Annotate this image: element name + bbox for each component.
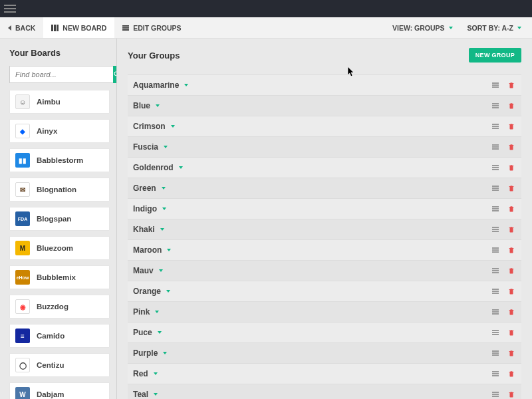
delete-icon[interactable] (507, 142, 516, 152)
sort-dropdown[interactable]: SORT BY: A-Z (467, 24, 521, 32)
chevron-down-icon[interactable] (159, 269, 163, 272)
board-label: Babblestorm (37, 156, 83, 164)
delete-icon[interactable] (507, 348, 516, 358)
board-icon: ☺ (15, 94, 30, 109)
chevron-down-icon[interactable] (162, 187, 166, 190)
delete-icon[interactable] (507, 369, 516, 378)
search-input[interactable] (9, 66, 113, 83)
chevron-down-icon[interactable] (164, 146, 168, 148)
delete-icon[interactable] (507, 266, 516, 275)
sidebar-title: Your Boards (9, 48, 110, 58)
delete-icon[interactable] (507, 390, 516, 399)
back-button[interactable]: BACK (0, 17, 43, 38)
chevron-down-icon (517, 27, 521, 29)
page-title: Your Groups (128, 51, 180, 61)
board-item[interactable]: WDabjam (9, 382, 110, 399)
group-row[interactable]: Crimson (128, 116, 521, 136)
drag-handle-icon[interactable] (491, 328, 500, 337)
board-item[interactable]: ☺Aimbu (9, 90, 110, 114)
group-row[interactable]: Blue (128, 95, 521, 116)
group-row[interactable]: Khaki (128, 219, 521, 239)
board-item[interactable]: ▮▮Babblestorm (9, 148, 110, 172)
group-name: Crimson (133, 122, 166, 131)
drag-handle-icon[interactable] (491, 369, 500, 378)
board-item[interactable]: ≡Camido (9, 324, 110, 348)
delete-icon[interactable] (507, 225, 516, 234)
delete-icon[interactable] (507, 328, 516, 337)
columns-icon (51, 25, 59, 31)
delete-icon[interactable] (507, 163, 516, 172)
group-row[interactable]: Mauv (128, 260, 521, 281)
group-row[interactable]: Aquamarine (128, 74, 521, 95)
chevron-down-icon[interactable] (160, 228, 164, 231)
group-row[interactable]: Indigo (128, 198, 521, 219)
chevron-down-icon[interactable] (163, 352, 167, 354)
delete-icon[interactable] (507, 307, 516, 317)
board-item[interactable]: MBluezoom (9, 236, 110, 260)
drag-handle-icon[interactable] (491, 101, 500, 110)
chevron-down-icon[interactable] (154, 393, 158, 396)
board-item[interactable]: FDABlogspan (9, 207, 110, 231)
group-name: Fuscia (133, 142, 158, 152)
main: Your Groups NEW GROUP AquamarineBlueCrim… (117, 39, 532, 399)
board-item[interactable]: ◉Buzzdog (9, 295, 110, 319)
drag-handle-icon[interactable] (491, 266, 500, 275)
group-row[interactable]: Pink (128, 301, 521, 322)
group-row[interactable]: Puce (128, 322, 521, 342)
topbar (0, 0, 532, 17)
board-item[interactable]: eHowBubblemix (9, 265, 110, 289)
chevron-down-icon[interactable] (171, 125, 175, 128)
board-label: Centizu (37, 361, 65, 369)
chevron-down-icon[interactable] (167, 249, 171, 251)
chevron-down-icon[interactable] (155, 311, 159, 313)
chevron-down-icon[interactable] (154, 372, 158, 375)
board-label: Camido (37, 332, 65, 340)
delete-icon[interactable] (507, 204, 516, 213)
board-item[interactable]: ◯Centizu (9, 353, 110, 377)
drag-handle-icon[interactable] (491, 390, 500, 399)
drag-handle-icon[interactable] (491, 348, 500, 358)
drag-handle-icon[interactable] (491, 204, 500, 213)
group-row[interactable]: Goldenrod (128, 157, 521, 178)
drag-handle-icon[interactable] (491, 287, 500, 296)
drag-handle-icon[interactable] (491, 163, 500, 172)
group-row[interactable]: Fuscia (128, 136, 521, 157)
view-dropdown[interactable]: VIEW: GROUPS (392, 24, 453, 32)
list-icon (122, 25, 129, 31)
delete-icon[interactable] (507, 101, 516, 110)
board-item[interactable]: ◆Ainyx (9, 119, 110, 143)
drag-handle-icon[interactable] (491, 184, 500, 193)
drag-handle-icon[interactable] (491, 307, 500, 317)
edit-groups-button[interactable]: EDIT GROUPS (114, 17, 189, 38)
delete-icon[interactable] (507, 122, 516, 131)
new-board-button[interactable]: NEW BOARD (43, 17, 114, 38)
chevron-down-icon[interactable] (158, 331, 162, 334)
chevron-down-icon[interactable] (179, 166, 183, 169)
chevron-down-icon[interactable] (184, 84, 188, 86)
drag-handle-icon[interactable] (491, 80, 500, 90)
search-row (9, 66, 110, 83)
group-row[interactable]: Teal (128, 384, 521, 399)
group-row[interactable]: Green (128, 178, 521, 198)
chevron-down-icon[interactable] (156, 104, 160, 107)
chevron-down-icon[interactable] (162, 207, 166, 210)
delete-icon[interactable] (507, 245, 516, 255)
group-row[interactable]: Purple (128, 342, 521, 363)
group-row[interactable]: Orange (128, 281, 521, 301)
view-label: VIEW: GROUPS (392, 24, 445, 32)
drag-handle-icon[interactable] (491, 142, 500, 152)
new-group-button[interactable]: NEW GROUP (469, 48, 521, 63)
group-row[interactable]: Red (128, 363, 521, 384)
delete-icon[interactable] (507, 80, 516, 90)
delete-icon[interactable] (507, 287, 516, 296)
drag-handle-icon[interactable] (491, 122, 500, 131)
group-name: Green (133, 184, 156, 193)
board-icon: ▮▮ (15, 153, 30, 168)
group-row[interactable]: Maroon (128, 239, 521, 260)
board-item[interactable]: ✉Blognation (9, 178, 110, 201)
drag-handle-icon[interactable] (491, 225, 500, 234)
chevron-down-icon[interactable] (166, 290, 170, 293)
delete-icon[interactable] (507, 184, 516, 193)
menu-icon[interactable] (4, 3, 16, 15)
drag-handle-icon[interactable] (491, 245, 500, 255)
